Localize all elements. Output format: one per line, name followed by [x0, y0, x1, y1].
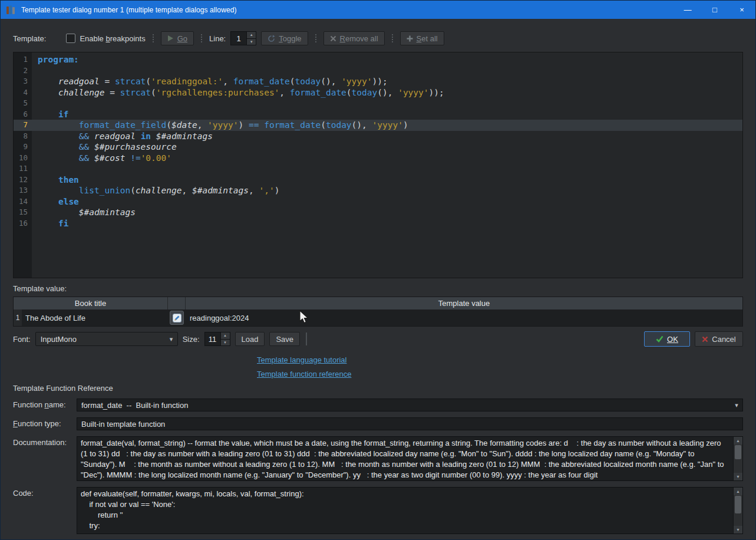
code-scrollbar[interactable]: ▲ ▼	[733, 488, 742, 534]
font-combo-value: InputMono	[36, 335, 166, 344]
documentation-label: Documentation:	[13, 436, 77, 447]
spin-up-icon[interactable]: ▲	[247, 32, 256, 39]
documentation-scrollbar[interactable]: ▲ ▼	[733, 437, 742, 480]
function-reference-section-label: Template Function Reference	[13, 384, 743, 393]
remove-all-button[interactable]: Remove all	[323, 31, 385, 45]
table-row[interactable]: 1 The Abode of Life readinggoal:2024	[14, 309, 742, 326]
line-number: 3	[14, 76, 32, 87]
book-title-cell[interactable]: The Abode of Life	[22, 309, 168, 326]
minimize-button[interactable]: —	[674, 1, 701, 19]
column-header-template-value[interactable]: Template value	[186, 297, 742, 309]
remove-all-label: Remove all	[340, 34, 378, 43]
editor-line-13[interactable]: 13 list_union(challenge, $#admintags, ',…	[14, 185, 742, 196]
code-box[interactable]: def evaluate(self, formatter, kwargs, mi…	[77, 487, 743, 534]
function-name-row: Function name: format_date -- Built-in f…	[13, 399, 743, 411]
editor-line-5[interactable]: 5	[14, 98, 742, 109]
documentation-box[interactable]: format_date(val, format_string) -- forma…	[77, 436, 743, 481]
edit-template-button[interactable]	[170, 311, 184, 325]
edit-pencil-icon	[173, 314, 181, 322]
template-editor[interactable]: 1program:23 readgoal = strcat('readinggo…	[13, 52, 743, 278]
function-type-field: Built-in template function	[77, 417, 743, 430]
editor-line-6[interactable]: 6 if	[14, 109, 742, 120]
enable-breakpoints-label: Enable breakpoints	[80, 34, 145, 43]
ok-button[interactable]: OK	[644, 331, 690, 347]
load-button[interactable]: Load	[235, 332, 265, 346]
scroll-up-icon[interactable]: ▲	[734, 488, 742, 495]
editor-line-14[interactable]: 14 else	[14, 196, 742, 208]
line-number: 8	[14, 131, 32, 142]
editor-line-7[interactable]: 7 format_date_field($date, 'yyyy') == fo…	[14, 120, 742, 131]
editor-line-10[interactable]: 10 && $#cost !='0.00'	[14, 153, 742, 164]
plus-icon	[407, 35, 413, 42]
go-button[interactable]: Go	[161, 31, 194, 45]
cancel-x-icon	[702, 336, 708, 343]
function-name-combo[interactable]: format_date -- Built-in function ▾	[77, 399, 743, 411]
line-number: 10	[14, 153, 32, 164]
scrollbar-thumb[interactable]	[735, 496, 741, 513]
close-button[interactable]: ×	[728, 1, 755, 19]
editor-line-11[interactable]: 11	[14, 163, 742, 174]
cancel-button[interactable]: Cancel	[695, 331, 743, 347]
code-line-text: && $#purchasesource	[32, 141, 177, 153]
check-icon	[656, 335, 663, 343]
toggle-button[interactable]: Toggle	[261, 31, 308, 45]
function-type-row: Function type: Built-in template functio…	[13, 417, 743, 430]
editor-line-9[interactable]: 9 && $#purchasesource	[14, 141, 742, 153]
maximize-button[interactable]: □	[701, 1, 728, 19]
play-icon	[167, 35, 174, 42]
spinner-buttons: ▲ ▼	[246, 32, 256, 45]
size-spinner[interactable]: 11 ▲ ▼	[204, 332, 230, 346]
code-row: Code: def evaluate(self, formatter, kwar…	[13, 487, 743, 534]
app-icon	[5, 5, 16, 15]
editor-line-15[interactable]: 15 $#admintags	[14, 207, 742, 218]
scrollbar-thumb[interactable]	[735, 445, 741, 459]
editor-line-2[interactable]: 2	[14, 65, 742, 77]
spin-down-icon[interactable]: ▼	[247, 39, 256, 45]
spin-up-icon[interactable]: ▲	[221, 332, 230, 340]
editor-line-8[interactable]: 8 && readgoal in $#admintags	[14, 131, 742, 142]
load-label: Load	[242, 335, 259, 344]
line-number: 14	[14, 196, 32, 208]
spin-down-icon[interactable]: ▼	[221, 340, 230, 346]
editor-line-1[interactable]: 1program:	[14, 54, 742, 65]
code-line-text: && readgoal in $#admintags	[32, 131, 213, 142]
scrollbar-track[interactable]	[734, 444, 742, 473]
toolbar-separator	[392, 34, 393, 42]
editor-line-16[interactable]: 16 fi	[14, 218, 742, 229]
font-combo[interactable]: InputMono ▾	[35, 332, 178, 346]
separator	[306, 332, 307, 345]
editor-line-4[interactable]: 4 challenge = strcat('rgchallenges:purch…	[14, 87, 742, 98]
template-language-tutorial-link[interactable]: Template language tutorial	[257, 354, 347, 366]
line-number: 16	[14, 218, 32, 229]
set-all-button[interactable]: Set all	[400, 31, 444, 45]
scrollbar-track[interactable]	[734, 495, 742, 526]
edit-cell	[168, 309, 186, 326]
function-type-label: Function type:	[13, 417, 77, 428]
scroll-down-icon[interactable]: ▼	[734, 473, 742, 480]
template-value-cell[interactable]: readinggoal:2024	[186, 309, 742, 326]
line-number: 2	[14, 65, 32, 77]
editor-lines: 1program:23 readgoal = strcat('readinggo…	[14, 52, 742, 229]
save-button[interactable]: Save	[269, 332, 300, 346]
enable-breakpoints-checkbox[interactable]: Enable breakpoints	[66, 34, 145, 43]
line-label: Line:	[209, 34, 226, 43]
titlebar[interactable]: Template tester dialog number 1 (multipl…	[1, 1, 755, 19]
template-function-reference-link[interactable]: Template function reference	[257, 368, 351, 380]
save-label: Save	[276, 335, 293, 344]
editor-line-12[interactable]: 12 then	[14, 174, 742, 186]
code-line-text	[32, 163, 38, 174]
size-label: Size:	[183, 335, 200, 344]
scroll-down-icon[interactable]: ▼	[734, 526, 742, 534]
font-label: Font:	[13, 335, 31, 344]
function-type-value: Built-in template function	[77, 420, 742, 429]
spinner-buttons: ▲ ▼	[220, 332, 230, 345]
column-header-book-title[interactable]: Book title	[14, 297, 168, 309]
chevron-down-icon: ▾	[731, 401, 742, 409]
toolbar-separator	[153, 34, 154, 42]
line-spinner[interactable]: 1 ▲ ▼	[230, 31, 256, 45]
scroll-up-icon[interactable]: ▲	[734, 437, 742, 444]
row-number: 1	[14, 309, 22, 326]
editor-line-3[interactable]: 3 readgoal = strcat('readinggoal:', form…	[14, 76, 742, 87]
checkbox-box[interactable]	[66, 34, 75, 43]
code-line-text: if	[32, 109, 68, 120]
